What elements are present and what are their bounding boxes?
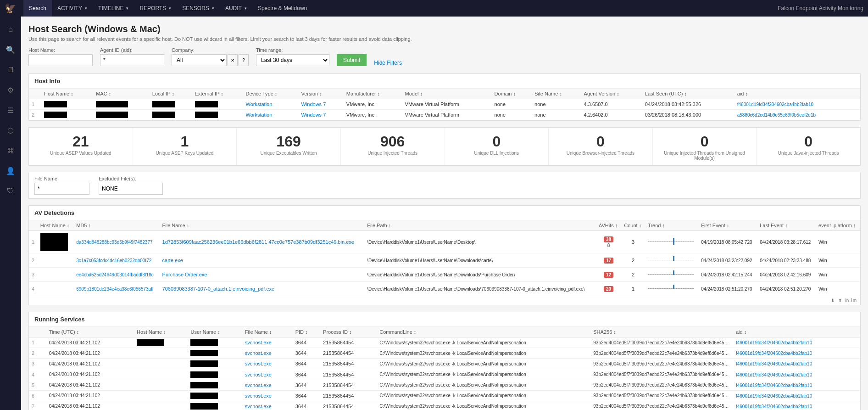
version-cell[interactable]: Windows 7 xyxy=(298,99,343,110)
th-last-seen[interactable]: Last Seen (UTC) ↕ xyxy=(642,89,734,99)
rs-th-hostname[interactable]: Host Name ↕ xyxy=(134,327,188,337)
rs-processid-cell: 21535864454 xyxy=(320,369,377,380)
rs-filename-cell[interactable]: svchost.exe xyxy=(242,337,293,348)
nav-timeline[interactable]: TIMELINE ▾ xyxy=(93,0,134,17)
company-select[interactable]: All xyxy=(172,54,227,66)
version-cell[interactable]: Windows 7 xyxy=(298,110,343,120)
rs-aid-cell[interactable]: f46001d19fd34f204602cba4bb2fab10 xyxy=(733,401,860,410)
running-service-row: 1 04/24/2018 03:44:21.102 svchost.exe 36… xyxy=(29,337,860,348)
av-th-avhits[interactable]: AVHits ↕ xyxy=(596,220,621,231)
th-domain[interactable]: Domain ↕ xyxy=(492,89,532,99)
company-clear-btn[interactable]: ✕ xyxy=(228,54,238,66)
aid-cell[interactable]: f46001d19fd34f204602cba4bb2fab10 xyxy=(734,99,860,110)
th-manufacturer[interactable]: Manufacturer ↕ xyxy=(344,89,402,99)
hide-filters-link[interactable]: Hide Filters xyxy=(374,60,402,66)
av-download-icon[interactable]: ⬇ xyxy=(831,298,835,303)
rs-filename-cell[interactable]: svchost.exe xyxy=(242,369,293,380)
th-version[interactable]: Version ↕ xyxy=(298,89,343,99)
nav-spectre[interactable]: Spectre & Meltdown xyxy=(252,0,312,17)
th-external-ip[interactable]: External IP ↕ xyxy=(192,89,243,99)
rs-aid-cell[interactable]: f46001d19fd34f204602cba4bb2fab10 xyxy=(733,369,860,380)
rs-filename-cell[interactable]: svchost.exe xyxy=(242,390,293,401)
stat-label: Unique ASEP Keys Updated xyxy=(137,151,233,156)
th-model[interactable]: Model ↕ xyxy=(402,89,492,99)
av-md5-cell[interactable]: 3c1a7c053fcdc4dc16eb0232db00f72 xyxy=(73,253,159,268)
rs-filename-cell[interactable]: svchost.exe xyxy=(242,380,293,390)
th-aid[interactable]: aid ↕ xyxy=(734,89,860,99)
th-mac[interactable]: MAC ↕ xyxy=(93,89,150,99)
th-local-ip[interactable]: Local IP ↕ xyxy=(150,89,192,99)
excluded-files-input[interactable] xyxy=(99,183,163,195)
rs-aid-cell[interactable]: f46001d19fd34f204602cba4bb2fab10 xyxy=(733,337,860,348)
av-th-count[interactable]: Count ↕ xyxy=(621,220,645,231)
rs-aid-cell[interactable]: f46001d19fd34f204602cba4bb2fab10 xyxy=(733,390,860,401)
rs-th-filename[interactable]: File Name ↕ xyxy=(242,327,293,337)
rs-th-aid[interactable]: aid ↕ xyxy=(733,327,860,337)
host-info-table: Host Name ↕ MAC ↕ Local IP ↕ External IP… xyxy=(29,89,860,120)
av-avhits-cell: 20 xyxy=(596,282,621,296)
sidebar-icon-network[interactable]: ⬡ xyxy=(2,122,19,139)
sidebar-icon-list[interactable]: ☰ xyxy=(2,102,19,118)
av-th-hostname[interactable]: Host Name ↕ xyxy=(38,220,73,231)
av-th-filepath[interactable]: File Path ↕ xyxy=(364,220,596,231)
time-range-select[interactable]: Last 24 hours Last 3 days Last 7 days La… xyxy=(256,54,329,66)
sidebar-icon-home[interactable]: ⌂ xyxy=(2,21,19,38)
av-platform-cell: Win xyxy=(816,268,860,282)
device-type-cell[interactable]: Workstation xyxy=(243,110,298,120)
av-hostname-cell xyxy=(38,282,73,296)
sidebar-icon-settings[interactable]: ⚙ xyxy=(2,82,19,98)
rs-filename-cell[interactable]: svchost.exe xyxy=(242,359,293,369)
nav-sensors[interactable]: SENSORS ▾ xyxy=(177,0,220,17)
th-host-name[interactable]: Host Name ↕ xyxy=(41,89,93,99)
av-md5-cell[interactable]: da334d848288bc93d5b9f49f7482377 xyxy=(73,231,159,253)
av-th-first-event[interactable]: First Event ↕ xyxy=(698,220,757,231)
av-th-last-event[interactable]: Last Event ↕ xyxy=(757,220,816,231)
nav-search[interactable]: Search xyxy=(23,0,52,17)
device-type-cell[interactable]: Workstation xyxy=(243,99,298,110)
company-label: Company: xyxy=(172,47,249,53)
rs-aid-cell[interactable]: f46001d19fd34f204602cba4bb2fab10 xyxy=(733,348,860,359)
rs-th-pid[interactable]: PID ↕ xyxy=(293,327,320,337)
av-th-md5[interactable]: MD5 ↕ xyxy=(73,220,159,231)
av-md5-cell[interactable]: ee4cbd525d24649d03014fbaddf3f18c xyxy=(73,268,159,282)
av-filename-cell[interactable]: carte.exe xyxy=(160,253,365,268)
file-name-filter-input[interactable] xyxy=(34,183,89,195)
company-info-btn[interactable]: ? xyxy=(239,54,249,66)
av-detection-row: 2 3c1a7c053fcdc4dc16eb0232db00f72 carte.… xyxy=(29,253,860,268)
sidebar-icon-graph[interactable]: ⌘ xyxy=(2,142,19,159)
host-name-input[interactable] xyxy=(28,54,93,66)
av-filename-cell[interactable]: Purchase Order.exe xyxy=(160,268,365,282)
sidebar-icon-monitor[interactable]: 🖥 xyxy=(2,62,19,78)
nav-activity[interactable]: ACTIVITY ▾ xyxy=(52,0,93,17)
av-th-platform[interactable]: event_platform ↕ xyxy=(816,220,860,231)
sidebar-icon-shield[interactable]: 🛡 xyxy=(2,183,19,199)
av-filename-cell[interactable]: 706039083387-107-0_attach.1.einvoicing_p… xyxy=(160,282,365,296)
av-upload-icon[interactable]: ⬆ xyxy=(838,298,842,303)
av-filename-cell[interactable]: 1d72853f609faac256236ee01b1e66dbb6f2811 … xyxy=(160,231,365,253)
sidebar-icon-user[interactable]: 👤 xyxy=(2,163,19,179)
nav-reports[interactable]: REPORTS ▾ xyxy=(134,0,177,17)
av-th-filename[interactable]: File Name ↕ xyxy=(160,220,365,231)
av-md5-cell[interactable]: 6909b1801dc234e4ca38e6f056573aff xyxy=(73,282,159,296)
nav-audit[interactable]: AUDIT ▾ xyxy=(220,0,252,17)
rs-filename-cell[interactable]: svchost.exe xyxy=(242,348,293,359)
aid-cell[interactable]: a5880c6d2ed14b9c65e69f0b5eef2d1b xyxy=(734,110,860,120)
rs-th-sha256[interactable]: SHA256 ↕ xyxy=(590,327,733,337)
rs-pid-cell: 3644 xyxy=(293,380,320,390)
rs-filename-cell[interactable]: svchost.exe xyxy=(242,401,293,410)
rs-th-time[interactable]: Time (UTC) ↕ xyxy=(46,327,134,337)
th-device-type[interactable]: Device Type ↕ xyxy=(243,89,298,99)
th-agent-version[interactable]: Agent Version ↕ xyxy=(581,89,642,99)
av-th-trend[interactable]: Trend ↕ xyxy=(645,220,698,231)
rs-aid-cell[interactable]: f46001d19fd34f204602cba4bb2fab10 xyxy=(733,380,860,390)
mac-cell xyxy=(93,99,150,110)
agent-id-input[interactable] xyxy=(100,54,164,66)
rs-th-cmdline[interactable]: CommandLine ↕ xyxy=(377,327,590,337)
th-site-name[interactable]: Site Name ↕ xyxy=(532,89,581,99)
rs-th-processid[interactable]: Process ID ↕ xyxy=(320,327,377,337)
rs-th-username[interactable]: User Name ↕ xyxy=(188,327,242,337)
rs-aid-cell[interactable]: f46001d19fd34f204602cba4bb2fab10 xyxy=(733,359,860,369)
av-filepath-cell: \Device\HarddiskVolume1\Users\UserName\D… xyxy=(364,231,596,253)
sidebar-icon-search[interactable]: 🔍 xyxy=(2,41,19,58)
submit-button[interactable]: Submit xyxy=(337,54,367,66)
